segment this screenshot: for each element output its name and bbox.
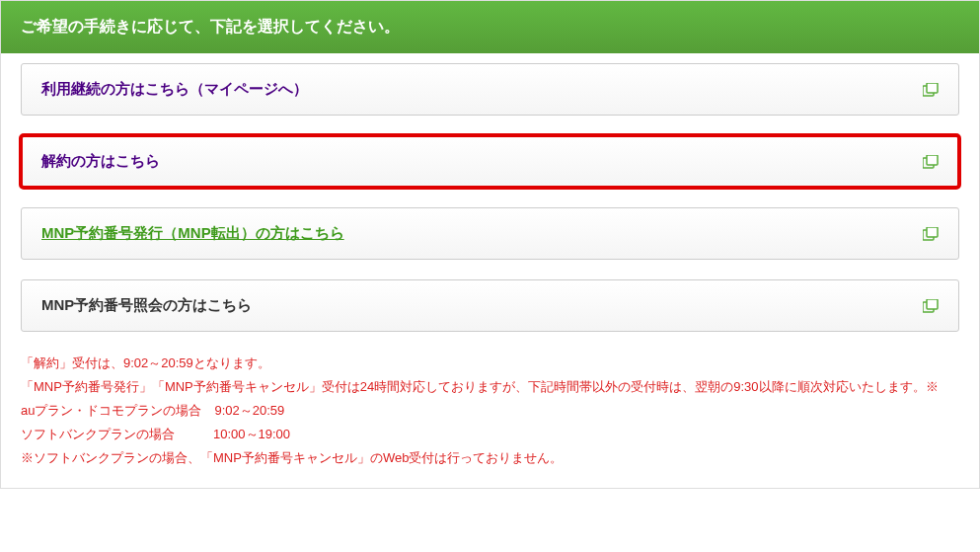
svg-rect-1 [927,83,938,93]
external-link-icon [923,83,939,97]
external-link-icon [923,227,939,241]
option-label: 解約の方はこちら [41,152,160,171]
option-list: 利用継続の方はこちら（マイページへ） 解約の方はこちら MNP予約番号発行（MN… [1,53,979,332]
option-label: MNP予約番号発行（MNP転出）の方はこちら [41,224,344,243]
panel-header: ご希望の手続きに応じて、下記を選択してください。 [1,1,979,53]
external-link-icon [923,155,939,169]
svg-rect-7 [927,299,938,309]
panel-title: ご希望の手続きに応じて、下記を選択してください。 [21,18,400,35]
procedure-panel: ご希望の手続きに応じて、下記を選択してください。 利用継続の方はこちら（マイペー… [0,0,980,489]
option-continue-mypage[interactable]: 利用継続の方はこちら（マイページへ） [21,63,959,116]
notice-line: 「MNP予約番号発行」「MNP予約番号キャンセル」受付は24時間対応しております… [21,375,959,399]
option-cancel[interactable]: 解約の方はこちら [21,135,959,188]
option-mnp-inquiry[interactable]: MNP予約番号照会の方はこちら [21,279,959,332]
notice-line: ソフトバンクプランの場合 10:00～19:00 [21,423,959,446]
option-label: 利用継続の方はこちら（マイページへ） [41,80,308,99]
option-mnp-issue[interactable]: MNP予約番号発行（MNP転出）の方はこちら [21,207,959,260]
option-label: MNP予約番号照会の方はこちら [41,296,252,315]
notice-line: auプラン・ドコモプランの場合 9:02～20:59 [21,399,959,423]
svg-rect-3 [927,155,938,165]
notice-line: ※ソフトバンクプランの場合、「MNP予約番号キャンセル」のWeb受付は行っており… [21,446,959,470]
notice-line: 「解約」受付は、9:02～20:59となります。 [21,352,959,375]
notice-text: 「解約」受付は、9:02～20:59となります。 「MNP予約番号発行」「MNP… [1,352,979,488]
svg-rect-5 [927,227,938,237]
external-link-icon [923,299,939,313]
